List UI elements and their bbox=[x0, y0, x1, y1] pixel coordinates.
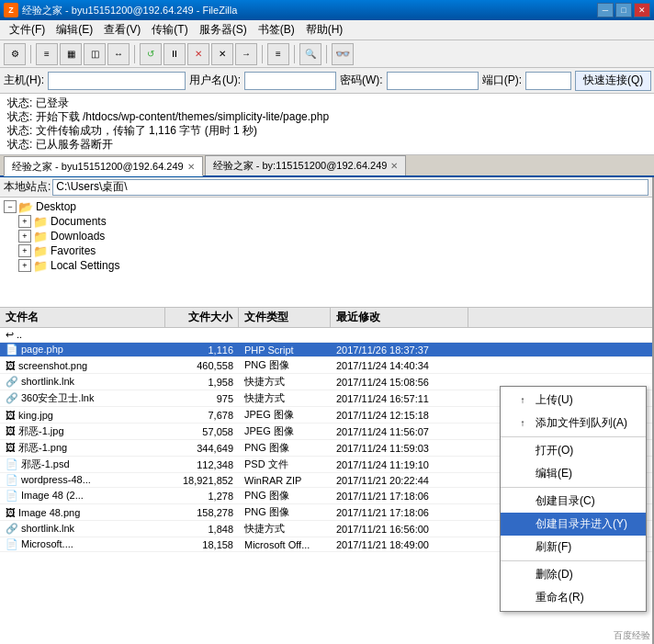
toolbar-refresh[interactable]: ↺ bbox=[140, 43, 162, 65]
tree-item-localsettings[interactable]: + 📁 Local Settings bbox=[0, 258, 652, 273]
context-menu-separator bbox=[501, 436, 646, 437]
maximize-button[interactable]: □ bbox=[615, 3, 632, 17]
file-cell-type: JPEG 图像 bbox=[239, 407, 331, 423]
file-icon: 📄 bbox=[6, 490, 18, 501]
file-cell-date: 2017/11/21 17:18:06 bbox=[331, 490, 468, 503]
file-cell-name: 🖼king.jpg bbox=[0, 409, 165, 422]
tree-item-favorites[interactable]: + 📁 Favorites bbox=[0, 243, 652, 258]
file-icon: 🖼 bbox=[6, 507, 16, 518]
col-header-name[interactable]: 文件名 bbox=[0, 308, 165, 327]
context-menu-item[interactable]: 创建目录(C) bbox=[501, 490, 646, 513]
status-line-2: 状态: 开始下载 /htdocs/wp-content/themes/simpl… bbox=[7, 110, 647, 124]
context-menu-item[interactable]: 打开(O) bbox=[501, 439, 646, 462]
context-menu-item[interactable]: ↑添加文件到队列(A) bbox=[501, 412, 646, 435]
context-menu-item-icon bbox=[515, 444, 530, 458]
tab-0-close[interactable]: ✕ bbox=[187, 162, 195, 172]
tree-label-localsettings: Local Settings bbox=[51, 259, 119, 272]
tree-expand-localsettings[interactable]: + bbox=[18, 259, 31, 272]
file-icon: 🖼 bbox=[6, 410, 16, 421]
file-cell-date: 2017/11/24 14:40:34 bbox=[331, 359, 468, 372]
file-cell-type: PNG 图像 bbox=[239, 440, 331, 456]
toolbar-btn-6[interactable]: ✕ bbox=[211, 43, 233, 65]
tab-1-close[interactable]: ✕ bbox=[390, 161, 398, 171]
app-icon: Z bbox=[4, 3, 18, 17]
context-menu-item[interactable]: 重命名(R) bbox=[501, 586, 646, 609]
file-cell-size bbox=[165, 334, 239, 336]
pass-input[interactable] bbox=[387, 72, 479, 90]
context-menu-item[interactable]: 编辑(E) bbox=[501, 462, 646, 485]
tree-item-desktop[interactable]: − 📂 Desktop bbox=[0, 199, 652, 214]
file-row[interactable]: 📄page.php 1,116 PHP Script 2017/11/26 18… bbox=[0, 343, 652, 357]
file-cell-name: 🔗shortlink.lnk bbox=[0, 522, 165, 536]
file-cell-type: PHP Script bbox=[239, 344, 331, 356]
context-menu-item[interactable]: 刷新(F) bbox=[501, 536, 646, 559]
window-controls[interactable]: ─ □ ✕ bbox=[597, 3, 650, 17]
tree-item-documents[interactable]: + 📁 Documents bbox=[0, 214, 652, 229]
status-area: 状态: 已登录 状态: 开始下载 /htdocs/wp-content/them… bbox=[0, 94, 654, 155]
toolbar-btn-4[interactable]: ◫ bbox=[84, 43, 106, 65]
file-cell-date: 2017/11/21 17:18:06 bbox=[331, 506, 468, 519]
col-header-type[interactable]: 文件类型 bbox=[239, 308, 331, 327]
file-cell-name: 📄Microsoft.... bbox=[0, 537, 165, 551]
context-menu-item-icon bbox=[515, 591, 530, 605]
context-menu-item[interactable]: 创建目录并进入(Y) bbox=[501, 513, 646, 536]
tree-expand-documents[interactable]: + bbox=[18, 215, 31, 228]
tab-1-label: 经验之家 - by:115151200@192.64.249 bbox=[213, 159, 388, 173]
menu-transfer[interactable]: 传输(T) bbox=[146, 20, 193, 40]
tree-expand-desktop[interactable]: − bbox=[4, 200, 17, 213]
tab-0[interactable]: 经验之家 - byu15151200@192.64.249 ✕ bbox=[4, 156, 203, 176]
toolbar-btn-2[interactable]: ≡ bbox=[36, 43, 58, 65]
file-cell-date: 2017/11/24 12:15:18 bbox=[331, 409, 468, 422]
local-path-label: 本地站点: bbox=[4, 179, 51, 195]
close-button[interactable]: ✕ bbox=[634, 3, 650, 17]
status-line-1: 状态: 已登录 bbox=[7, 96, 647, 110]
menu-file[interactable]: 文件(F) bbox=[4, 20, 51, 40]
minimize-button[interactable]: ─ bbox=[597, 3, 614, 17]
col-header-date[interactable]: 最近修改 bbox=[331, 308, 468, 327]
file-cell-name: 🖼邪恶-1.png bbox=[0, 440, 165, 456]
menu-edit[interactable]: 编辑(E) bbox=[51, 20, 98, 40]
toolbar-btn-3[interactable]: ▦ bbox=[60, 43, 82, 65]
context-menu-item[interactable]: ↑上传(U) bbox=[501, 389, 646, 412]
col-header-size[interactable]: 文件大小 bbox=[165, 308, 239, 327]
user-input[interactable] bbox=[244, 72, 336, 90]
file-cell-type: PNG 图像 bbox=[239, 504, 331, 520]
file-cell-size: 1,116 bbox=[165, 344, 239, 356]
context-menu-item-label: 创建目录(C) bbox=[536, 493, 595, 509]
toolbar-btn-9[interactable]: 👓 bbox=[332, 43, 354, 65]
context-menu-item[interactable]: 删除(D) bbox=[501, 563, 646, 586]
file-cell-size: 18,921,852 bbox=[165, 474, 239, 487]
toolbar-btn-7[interactable]: → bbox=[235, 43, 257, 65]
status-line-4: 状态: 已从服务器断开 bbox=[7, 138, 647, 152]
tab-1[interactable]: 经验之家 - by:115151200@192.64.249 ✕ bbox=[205, 155, 407, 175]
toolbar-stop-queue[interactable]: ⏸ bbox=[164, 43, 186, 65]
toolbar-cancel[interactable]: ✕ bbox=[187, 43, 209, 65]
tree-expand-favorites[interactable]: + bbox=[18, 244, 31, 257]
tree-item-downloads[interactable]: + 📁 Downloads bbox=[0, 229, 652, 243]
menu-view[interactable]: 查看(V) bbox=[98, 20, 146, 40]
file-icon: 📄 bbox=[6, 474, 18, 485]
file-cell-name: 🖼邪恶-1.jpg bbox=[0, 424, 165, 439]
quick-connect-button[interactable]: 快速连接(Q) bbox=[575, 71, 651, 91]
context-menu-separator bbox=[501, 487, 646, 488]
toolbar: ⚙ ≡ ▦ ◫ ↔ ↺ ⏸ ✕ ✕ → ≡ 🔍 👓 bbox=[0, 40, 654, 68]
toolbar-btn-1[interactable]: ⚙ bbox=[4, 43, 26, 65]
file-cell-date: 2017/11/24 11:19:10 bbox=[331, 458, 468, 471]
title-bar: Z 经验之家 - byu15151200@192.64.249 - FileZi… bbox=[0, 0, 654, 20]
toolbar-search[interactable]: 🔍 bbox=[299, 43, 321, 65]
menu-bookmark[interactable]: 书签(B) bbox=[253, 20, 300, 40]
toolbar-btn-5[interactable]: ↔ bbox=[107, 43, 130, 65]
tree-expand-downloads[interactable]: + bbox=[18, 230, 31, 243]
host-input[interactable] bbox=[48, 72, 186, 90]
file-row[interactable]: ↩.. bbox=[0, 328, 652, 343]
context-menu-item-label: 删除(D) bbox=[536, 567, 573, 582]
port-input[interactable] bbox=[525, 72, 571, 90]
menu-server[interactable]: 服务器(S) bbox=[194, 20, 253, 40]
tree-label-desktop: Desktop bbox=[36, 200, 76, 213]
local-path-input[interactable] bbox=[52, 179, 648, 196]
file-row[interactable]: 🖼screenshot.png 460,558 PNG 图像 2017/11/2… bbox=[0, 357, 652, 374]
menu-help[interactable]: 帮助(H) bbox=[300, 20, 349, 40]
menu-bar: 文件(F) 编辑(E) 查看(V) 传输(T) 服务器(S) 书签(B) 帮助(… bbox=[0, 20, 654, 40]
context-menu-item-label: 上传(U) bbox=[536, 392, 573, 408]
toolbar-btn-8[interactable]: ≡ bbox=[267, 43, 289, 65]
